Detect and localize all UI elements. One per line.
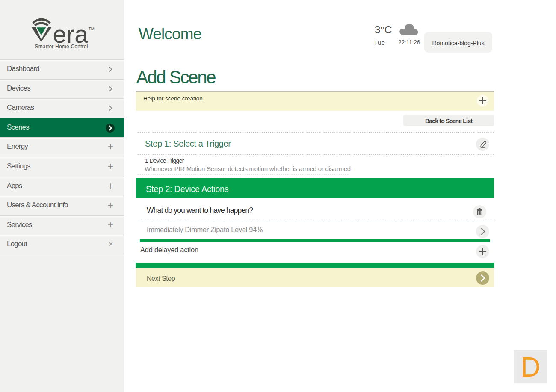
svg-text:Smarter Home Control: Smarter Home Control <box>35 44 88 50</box>
svg-text:TM: TM <box>89 26 95 31</box>
